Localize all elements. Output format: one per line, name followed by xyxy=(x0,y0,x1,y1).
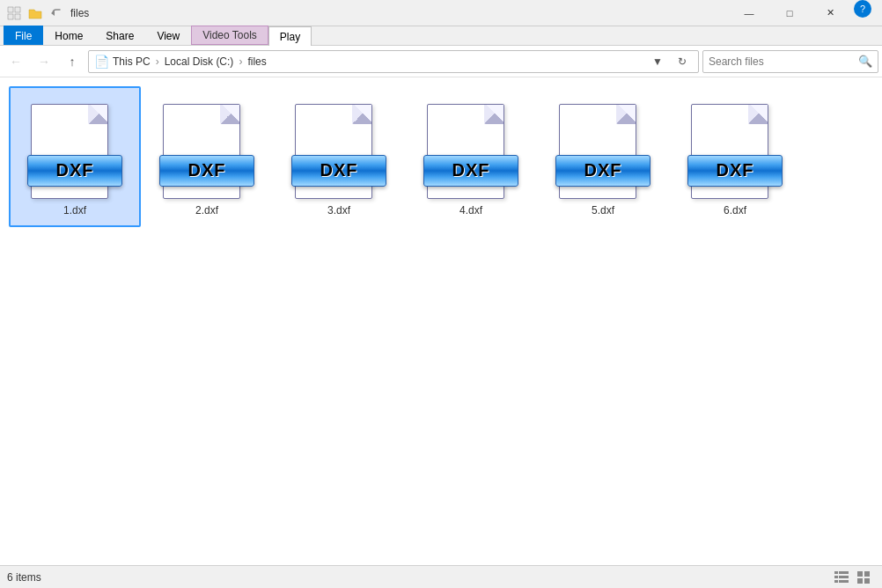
file-icon: DXF xyxy=(682,95,788,201)
file-icon: DXF xyxy=(418,95,524,201)
help-button[interactable]: ? xyxy=(854,0,871,18)
file-name: 2.dxf xyxy=(195,204,218,217)
file-item[interactable]: DXF 5.dxf xyxy=(537,86,669,227)
address-bar[interactable]: 📄 This PC › Local Disk (C:) › files ▼ ↻ xyxy=(88,50,699,73)
dxf-icon: DXF xyxy=(163,98,251,199)
tab-play[interactable]: Play xyxy=(268,26,312,46)
file-icon: DXF xyxy=(550,95,656,201)
file-item[interactable]: DXF 3.dxf xyxy=(273,86,405,227)
ribbon-tabs: File Home Share View Video Tools Play xyxy=(0,26,882,46)
breadcrumb-files: files xyxy=(247,55,266,68)
file-item[interactable]: DXF 4.dxf xyxy=(405,86,537,227)
dxf-badge: DXF xyxy=(291,155,386,187)
svg-rect-7 xyxy=(834,576,838,578)
svg-rect-14 xyxy=(864,578,870,584)
svg-rect-6 xyxy=(839,571,849,574)
svg-rect-0 xyxy=(8,7,13,12)
refresh-button[interactable]: ↻ xyxy=(672,51,693,72)
file-item[interactable]: DXF 6.dxf xyxy=(669,86,801,227)
statusbar: 6 items xyxy=(0,565,882,588)
svg-rect-2 xyxy=(8,14,13,19)
file-icon: DXF xyxy=(154,95,260,201)
dxf-label: DXF xyxy=(584,160,622,180)
dxf-icon: DXF xyxy=(559,98,647,199)
maximize-button[interactable]: □ xyxy=(769,0,810,26)
tab-share[interactable]: Share xyxy=(94,26,145,45)
dxf-icon: DXF xyxy=(295,98,383,199)
file-icon: DXF xyxy=(22,95,128,201)
window-controls: — □ ✕ ? xyxy=(729,0,875,26)
svg-rect-10 xyxy=(839,580,849,583)
svg-rect-5 xyxy=(834,571,838,574)
svg-rect-1 xyxy=(15,7,20,12)
dxf-fold xyxy=(352,105,371,124)
file-name: 5.dxf xyxy=(592,204,614,217)
dxf-fold xyxy=(484,105,503,124)
dxf-label: DXF xyxy=(452,160,490,180)
dxf-fold xyxy=(88,105,107,124)
search-icon: 🔍 xyxy=(858,55,872,68)
minimize-button[interactable]: — xyxy=(729,0,769,26)
svg-rect-3 xyxy=(15,14,20,19)
view-controls xyxy=(831,568,875,587)
undo-icon xyxy=(49,6,63,20)
file-item[interactable]: DXF 1.dxf xyxy=(9,86,141,227)
svg-rect-9 xyxy=(834,580,838,583)
file-name: 1.dxf xyxy=(63,204,86,217)
dxf-badge: DXF xyxy=(555,155,650,187)
dxf-label: DXF xyxy=(320,160,358,180)
quick-access-icon xyxy=(7,6,21,20)
svg-rect-8 xyxy=(839,576,849,578)
file-item[interactable]: DXF 2.dxf xyxy=(141,86,273,227)
svg-rect-13 xyxy=(857,578,863,584)
dxf-icon: DXF xyxy=(427,98,515,199)
forward-button[interactable]: → xyxy=(32,49,56,74)
dxf-badge: DXF xyxy=(423,155,518,187)
search-bar[interactable]: 🔍 xyxy=(702,50,878,73)
close-button[interactable]: ✕ xyxy=(810,0,850,26)
dxf-label: DXF xyxy=(56,160,94,180)
up-button[interactable]: ↑ xyxy=(60,49,85,74)
titlebar-icons xyxy=(7,6,63,20)
dxf-fold xyxy=(748,105,768,124)
dxf-icon: DXF xyxy=(31,98,119,199)
svg-rect-12 xyxy=(864,571,870,577)
tab-video-tools[interactable]: Video Tools xyxy=(191,26,268,45)
svg-rect-11 xyxy=(857,571,863,577)
file-icon: DXF xyxy=(286,95,392,201)
back-button[interactable]: ← xyxy=(4,49,28,74)
dxf-fold xyxy=(616,105,636,124)
titlebar: files — □ ✕ ? xyxy=(0,0,882,26)
file-content-area: DXF 1.dxf DXF 2.dxf DXF xyxy=(0,77,882,565)
dxf-label: DXF xyxy=(188,160,226,180)
breadcrumb-icon: 📄 xyxy=(94,55,109,69)
tab-view[interactable]: View xyxy=(145,26,191,45)
breadcrumb-localdisk: Local Disk (C:) xyxy=(165,55,234,68)
dxf-fold xyxy=(220,105,239,124)
file-name: 6.dxf xyxy=(724,204,746,217)
item-count: 6 items xyxy=(7,571,41,584)
navigation-bar: ← → ↑ 📄 This PC › Local Disk (C:) › file… xyxy=(0,46,882,77)
details-view-button[interactable] xyxy=(831,568,852,587)
folder-icon xyxy=(28,6,42,20)
large-icons-view-button[interactable] xyxy=(854,568,875,587)
window-title: files xyxy=(70,7,89,19)
file-name: 3.dxf xyxy=(327,204,350,217)
search-input[interactable] xyxy=(709,55,855,68)
dxf-badge: DXF xyxy=(687,155,783,187)
breadcrumb-thispc: This PC xyxy=(113,55,151,68)
dropdown-arrow[interactable]: ▼ xyxy=(647,51,668,72)
file-name: 4.dxf xyxy=(459,204,482,217)
tab-home[interactable]: Home xyxy=(43,26,94,45)
dxf-icon: DXF xyxy=(691,98,779,199)
dxf-badge: DXF xyxy=(159,155,254,187)
tab-file[interactable]: File xyxy=(4,26,43,45)
dxf-badge: DXF xyxy=(27,155,122,187)
dxf-label: DXF xyxy=(717,160,754,180)
